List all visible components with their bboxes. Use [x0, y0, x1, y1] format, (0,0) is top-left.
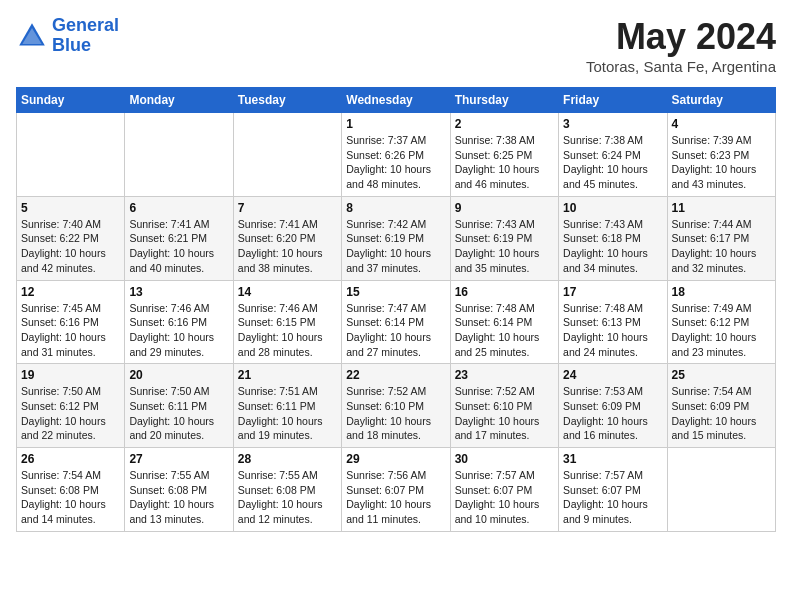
day-number: 23 [455, 368, 554, 382]
day-info: Sunrise: 7:43 AMSunset: 6:19 PMDaylight:… [455, 217, 554, 276]
calendar-cell [233, 113, 341, 197]
page-header: General Blue May 2024 Totoras, Santa Fe,… [16, 16, 776, 75]
calendar-cell [125, 113, 233, 197]
day-info: Sunrise: 7:37 AMSunset: 6:26 PMDaylight:… [346, 133, 445, 192]
day-info: Sunrise: 7:46 AMSunset: 6:15 PMDaylight:… [238, 301, 337, 360]
calendar-cell [17, 113, 125, 197]
day-info: Sunrise: 7:50 AMSunset: 6:12 PMDaylight:… [21, 384, 120, 443]
day-number: 7 [238, 201, 337, 215]
calendar-cell: 17Sunrise: 7:48 AMSunset: 6:13 PMDayligh… [559, 280, 667, 364]
day-number: 27 [129, 452, 228, 466]
day-info: Sunrise: 7:57 AMSunset: 6:07 PMDaylight:… [455, 468, 554, 527]
day-info: Sunrise: 7:48 AMSunset: 6:14 PMDaylight:… [455, 301, 554, 360]
day-number: 18 [672, 285, 771, 299]
calendar-cell: 7Sunrise: 7:41 AMSunset: 6:20 PMDaylight… [233, 196, 341, 280]
calendar-cell: 3Sunrise: 7:38 AMSunset: 6:24 PMDaylight… [559, 113, 667, 197]
day-number: 26 [21, 452, 120, 466]
day-number: 6 [129, 201, 228, 215]
day-number: 11 [672, 201, 771, 215]
calendar-cell: 1Sunrise: 7:37 AMSunset: 6:26 PMDaylight… [342, 113, 450, 197]
day-number: 20 [129, 368, 228, 382]
calendar-cell: 12Sunrise: 7:45 AMSunset: 6:16 PMDayligh… [17, 280, 125, 364]
calendar-cell: 9Sunrise: 7:43 AMSunset: 6:19 PMDaylight… [450, 196, 558, 280]
day-info: Sunrise: 7:49 AMSunset: 6:12 PMDaylight:… [672, 301, 771, 360]
calendar-week-row: 5Sunrise: 7:40 AMSunset: 6:22 PMDaylight… [17, 196, 776, 280]
day-info: Sunrise: 7:55 AMSunset: 6:08 PMDaylight:… [129, 468, 228, 527]
day-number: 14 [238, 285, 337, 299]
day-info: Sunrise: 7:56 AMSunset: 6:07 PMDaylight:… [346, 468, 445, 527]
calendar-cell: 23Sunrise: 7:52 AMSunset: 6:10 PMDayligh… [450, 364, 558, 448]
day-number: 16 [455, 285, 554, 299]
calendar-cell: 22Sunrise: 7:52 AMSunset: 6:10 PMDayligh… [342, 364, 450, 448]
day-number: 17 [563, 285, 662, 299]
calendar-cell: 21Sunrise: 7:51 AMSunset: 6:11 PMDayligh… [233, 364, 341, 448]
calendar-header-row: SundayMondayTuesdayWednesdayThursdayFrid… [17, 88, 776, 113]
calendar-cell: 18Sunrise: 7:49 AMSunset: 6:12 PMDayligh… [667, 280, 775, 364]
day-info: Sunrise: 7:46 AMSunset: 6:16 PMDaylight:… [129, 301, 228, 360]
day-number: 22 [346, 368, 445, 382]
day-number: 2 [455, 117, 554, 131]
calendar-cell: 31Sunrise: 7:57 AMSunset: 6:07 PMDayligh… [559, 448, 667, 532]
calendar-cell: 10Sunrise: 7:43 AMSunset: 6:18 PMDayligh… [559, 196, 667, 280]
logo-icon [16, 20, 48, 52]
day-info: Sunrise: 7:38 AMSunset: 6:25 PMDaylight:… [455, 133, 554, 192]
day-number: 19 [21, 368, 120, 382]
calendar-cell: 19Sunrise: 7:50 AMSunset: 6:12 PMDayligh… [17, 364, 125, 448]
calendar-cell: 11Sunrise: 7:44 AMSunset: 6:17 PMDayligh… [667, 196, 775, 280]
weekday-header: Tuesday [233, 88, 341, 113]
month-title: May 2024 [586, 16, 776, 58]
day-info: Sunrise: 7:52 AMSunset: 6:10 PMDaylight:… [346, 384, 445, 443]
calendar-cell: 30Sunrise: 7:57 AMSunset: 6:07 PMDayligh… [450, 448, 558, 532]
day-number: 1 [346, 117, 445, 131]
calendar-cell: 6Sunrise: 7:41 AMSunset: 6:21 PMDaylight… [125, 196, 233, 280]
weekday-header: Monday [125, 88, 233, 113]
day-info: Sunrise: 7:53 AMSunset: 6:09 PMDaylight:… [563, 384, 662, 443]
weekday-header: Friday [559, 88, 667, 113]
day-number: 28 [238, 452, 337, 466]
day-number: 25 [672, 368, 771, 382]
day-number: 10 [563, 201, 662, 215]
day-number: 13 [129, 285, 228, 299]
day-info: Sunrise: 7:51 AMSunset: 6:11 PMDaylight:… [238, 384, 337, 443]
day-info: Sunrise: 7:52 AMSunset: 6:10 PMDaylight:… [455, 384, 554, 443]
day-info: Sunrise: 7:47 AMSunset: 6:14 PMDaylight:… [346, 301, 445, 360]
weekday-header: Thursday [450, 88, 558, 113]
day-info: Sunrise: 7:38 AMSunset: 6:24 PMDaylight:… [563, 133, 662, 192]
location: Totoras, Santa Fe, Argentina [586, 58, 776, 75]
day-info: Sunrise: 7:54 AMSunset: 6:09 PMDaylight:… [672, 384, 771, 443]
calendar-cell: 26Sunrise: 7:54 AMSunset: 6:08 PMDayligh… [17, 448, 125, 532]
calendar-week-row: 19Sunrise: 7:50 AMSunset: 6:12 PMDayligh… [17, 364, 776, 448]
day-info: Sunrise: 7:54 AMSunset: 6:08 PMDaylight:… [21, 468, 120, 527]
calendar-table: SundayMondayTuesdayWednesdayThursdayFrid… [16, 87, 776, 532]
day-number: 5 [21, 201, 120, 215]
calendar-week-row: 1Sunrise: 7:37 AMSunset: 6:26 PMDaylight… [17, 113, 776, 197]
calendar-cell: 28Sunrise: 7:55 AMSunset: 6:08 PMDayligh… [233, 448, 341, 532]
calendar-cell: 24Sunrise: 7:53 AMSunset: 6:09 PMDayligh… [559, 364, 667, 448]
day-number: 3 [563, 117, 662, 131]
day-info: Sunrise: 7:41 AMSunset: 6:21 PMDaylight:… [129, 217, 228, 276]
day-number: 31 [563, 452, 662, 466]
calendar-cell: 27Sunrise: 7:55 AMSunset: 6:08 PMDayligh… [125, 448, 233, 532]
day-info: Sunrise: 7:42 AMSunset: 6:19 PMDaylight:… [346, 217, 445, 276]
day-info: Sunrise: 7:48 AMSunset: 6:13 PMDaylight:… [563, 301, 662, 360]
calendar-cell: 14Sunrise: 7:46 AMSunset: 6:15 PMDayligh… [233, 280, 341, 364]
weekday-header: Wednesday [342, 88, 450, 113]
calendar-week-row: 26Sunrise: 7:54 AMSunset: 6:08 PMDayligh… [17, 448, 776, 532]
calendar-cell: 8Sunrise: 7:42 AMSunset: 6:19 PMDaylight… [342, 196, 450, 280]
calendar-cell: 25Sunrise: 7:54 AMSunset: 6:09 PMDayligh… [667, 364, 775, 448]
day-info: Sunrise: 7:39 AMSunset: 6:23 PMDaylight:… [672, 133, 771, 192]
calendar-week-row: 12Sunrise: 7:45 AMSunset: 6:16 PMDayligh… [17, 280, 776, 364]
day-number: 4 [672, 117, 771, 131]
day-info: Sunrise: 7:40 AMSunset: 6:22 PMDaylight:… [21, 217, 120, 276]
calendar-cell [667, 448, 775, 532]
calendar-cell: 29Sunrise: 7:56 AMSunset: 6:07 PMDayligh… [342, 448, 450, 532]
day-info: Sunrise: 7:45 AMSunset: 6:16 PMDaylight:… [21, 301, 120, 360]
logo-text: General Blue [52, 16, 119, 56]
day-number: 8 [346, 201, 445, 215]
title-area: May 2024 Totoras, Santa Fe, Argentina [586, 16, 776, 75]
calendar-cell: 20Sunrise: 7:50 AMSunset: 6:11 PMDayligh… [125, 364, 233, 448]
day-number: 9 [455, 201, 554, 215]
day-number: 24 [563, 368, 662, 382]
day-info: Sunrise: 7:57 AMSunset: 6:07 PMDaylight:… [563, 468, 662, 527]
day-info: Sunrise: 7:43 AMSunset: 6:18 PMDaylight:… [563, 217, 662, 276]
